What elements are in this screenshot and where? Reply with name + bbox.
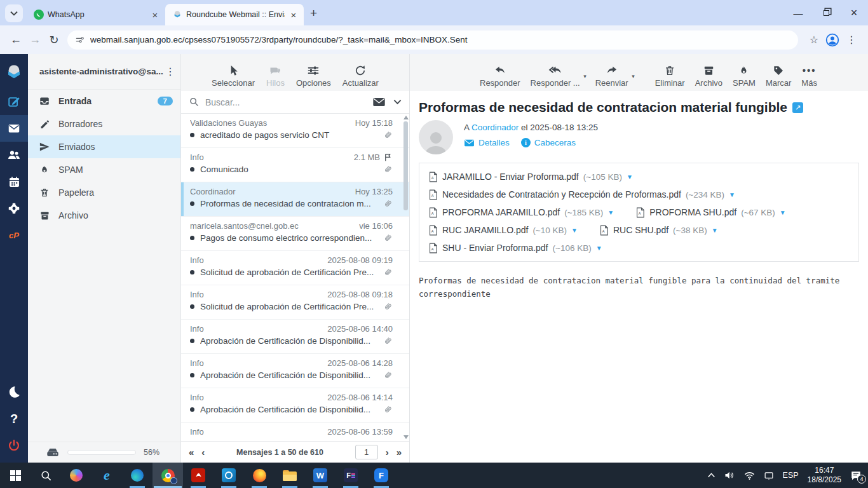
list-item[interactable]: Info2025-08-06 14:28 Aprobación de Certi… xyxy=(181,354,409,388)
taskbar-search-icon[interactable] xyxy=(31,463,61,488)
edge-icon[interactable] xyxy=(122,463,153,488)
search-scope-mail-icon[interactable] xyxy=(372,97,386,107)
first-page-button[interactable]: « xyxy=(189,447,194,458)
browser-menu-icon[interactable]: ⋮ xyxy=(846,34,857,46)
reply-all-caret-icon[interactable]: ▾ xyxy=(583,73,587,79)
sidebar-item-borradores[interactable]: Borradores xyxy=(28,112,180,135)
site-controls-icon[interactable] xyxy=(75,35,85,45)
help-icon[interactable]: ? xyxy=(0,405,28,432)
settings-gear-icon[interactable] xyxy=(0,195,28,222)
attachment-item[interactable]: A SHU - Enviar Proforma.pdf (~106 KB) ▼ xyxy=(428,243,602,254)
f-app-icon[interactable]: F xyxy=(366,463,397,488)
profile-icon[interactable] xyxy=(825,32,840,48)
file-explorer-icon[interactable] xyxy=(275,463,305,488)
tab-close-icon[interactable]: × xyxy=(150,10,160,20)
reply-all-button[interactable]: Responder ... ▾ xyxy=(531,64,580,88)
dark-mode-icon[interactable] xyxy=(0,379,28,405)
acrobat-icon[interactable] xyxy=(183,463,214,488)
sidebar-item-spam[interactable]: SPAM xyxy=(28,158,180,181)
new-tab-button[interactable]: + xyxy=(310,6,317,20)
list-item[interactable]: Info2025-08-08 09:19 Solicitud de aproba… xyxy=(181,251,409,285)
sidebar-item-enviados[interactable]: Enviados xyxy=(28,135,180,158)
list-item[interactable]: Info2025-08-06 14:40 Aprobación de Certi… xyxy=(181,320,409,354)
mail-nav-icon[interactable] xyxy=(0,115,28,142)
attachment-menu-caret-icon[interactable]: ▼ xyxy=(607,209,614,216)
list-item[interactable]: Info2025-08-06 13:59 xyxy=(181,423,409,441)
scroll-down-icon[interactable] xyxy=(403,435,409,439)
list-item[interactable]: Validaciones GuayasHoy 15:18 acreditado … xyxy=(181,114,409,148)
previous-page-button[interactable]: ‹ xyxy=(201,447,205,458)
attachment-item[interactable]: A PROFORMA SHU.pdf (~67 KB) ▼ xyxy=(635,207,785,218)
threads-button[interactable]: Hilos xyxy=(266,64,285,88)
select-button[interactable]: Seleccionar xyxy=(212,64,255,88)
firefox-icon[interactable] xyxy=(244,463,275,488)
headers-toggle[interactable]: i Cabeceras xyxy=(521,138,576,147)
calendar-nav-icon[interactable] xyxy=(0,168,28,195)
contacts-nav-icon[interactable] xyxy=(0,142,28,168)
forward-button[interactable]: → xyxy=(25,33,44,46)
compose-button[interactable] xyxy=(0,88,28,115)
list-item[interactable]: Info2025-08-08 09:18 Solicitud de aproba… xyxy=(181,285,409,320)
spam-button[interactable]: SPAM xyxy=(733,64,756,88)
attachment-item[interactable]: A Necesidades de Contratación y Recepció… xyxy=(428,189,735,200)
copilot-icon[interactable] xyxy=(61,463,92,488)
restore-button[interactable] xyxy=(812,0,840,25)
attachment-menu-caret-icon[interactable]: ▼ xyxy=(780,209,786,216)
attachment-menu-caret-icon[interactable]: ▼ xyxy=(712,227,718,234)
attachment-menu-caret-icon[interactable]: ▼ xyxy=(729,191,735,198)
address-bar[interactable]: webmail.sanjuan.gob.ec/cpsess0751905572/… xyxy=(67,30,798,50)
roundcube-logo[interactable] xyxy=(0,57,28,88)
list-scrollbar[interactable] xyxy=(402,114,409,441)
options-button[interactable]: Opciones xyxy=(296,64,331,88)
cpanel-icon[interactable]: cP xyxy=(0,222,28,248)
sidebar-item-entrada[interactable]: Entrada 7 xyxy=(28,90,180,112)
list-item[interactable]: Info2025-08-06 14:14 Aprobación de Certi… xyxy=(181,388,409,423)
details-toggle[interactable]: Detalles xyxy=(464,138,510,147)
sidebar-item-papelera[interactable]: Papelera xyxy=(28,181,180,204)
fs-app-icon[interactable]: F xyxy=(336,463,366,488)
list-item[interactable]: Info2.1 MB Comunicado xyxy=(181,148,409,182)
start-button[interactable] xyxy=(0,463,31,488)
forward-button[interactable]: Reenviar ▾ xyxy=(595,64,628,88)
mark-button[interactable]: Marcar xyxy=(766,64,791,88)
last-page-button[interactable]: » xyxy=(397,447,402,458)
account-menu-icon[interactable]: ⋮ xyxy=(165,65,175,78)
delete-button[interactable]: Eliminar xyxy=(655,64,685,88)
word-icon[interactable]: W xyxy=(305,463,336,488)
attachment-menu-caret-icon[interactable]: ▼ xyxy=(596,245,602,252)
internet-explorer-icon[interactable]: e xyxy=(92,463,122,488)
more-button[interactable]: ••• Más xyxy=(801,64,817,88)
bookmark-star-icon[interactable]: ☆ xyxy=(810,34,818,46)
search-options-chevron-icon[interactable] xyxy=(393,99,402,105)
tab-search-button[interactable] xyxy=(5,4,23,22)
reply-button[interactable]: Responder xyxy=(480,64,520,88)
wifi-icon[interactable] xyxy=(744,471,755,480)
chrome-icon[interactable] xyxy=(153,463,183,488)
close-button[interactable]: × xyxy=(840,0,868,25)
tab-roundcube[interactable]: Roundcube Webmail :: Enviados × xyxy=(165,4,304,25)
refresh-button[interactable]: Actualizar xyxy=(342,64,379,88)
display-cast-icon[interactable] xyxy=(764,471,774,480)
tray-expand-chevron-icon[interactable] xyxy=(707,473,715,478)
attachment-item[interactable]: A RUC JARAMILLO.pdf (~10 KB) ▼ xyxy=(428,225,578,236)
tab-whatsapp[interactable]: WhatsApp × xyxy=(27,4,165,25)
attachment-menu-caret-icon[interactable]: ▼ xyxy=(627,173,633,180)
language-indicator[interactable]: ESP xyxy=(783,471,799,480)
recipient-link[interactable]: Coordinador xyxy=(471,123,519,132)
notification-center-icon[interactable]: 4 xyxy=(850,470,862,481)
outlook-icon[interactable] xyxy=(214,463,244,488)
attachment-menu-caret-icon[interactable]: ▼ xyxy=(571,227,578,234)
logout-power-icon[interactable] xyxy=(0,432,28,459)
next-page-button[interactable]: › xyxy=(386,447,389,458)
forward-caret-icon[interactable]: ▾ xyxy=(632,73,635,79)
sidebar-item-archivo[interactable]: Archivo xyxy=(28,204,180,227)
tab-close-icon[interactable]: × xyxy=(288,10,299,20)
attachment-item[interactable]: A JARAMILLO - Enviar Proforma.pdf (~105 … xyxy=(428,172,633,182)
reload-button[interactable]: ↻ xyxy=(44,33,64,47)
list-item-selected[interactable]: CoordinadorHoy 13:25 Proformas de necesi… xyxy=(181,182,409,217)
attachment-item[interactable]: A RUC SHU.pdf (~38 KB) ▼ xyxy=(599,225,718,236)
scroll-up-icon[interactable] xyxy=(403,116,409,119)
back-button[interactable]: ← xyxy=(6,33,25,46)
volume-icon[interactable] xyxy=(724,471,735,480)
list-item[interactable]: maricela.santos@cnel.gob.ecvie 16:06 Pag… xyxy=(181,217,409,251)
